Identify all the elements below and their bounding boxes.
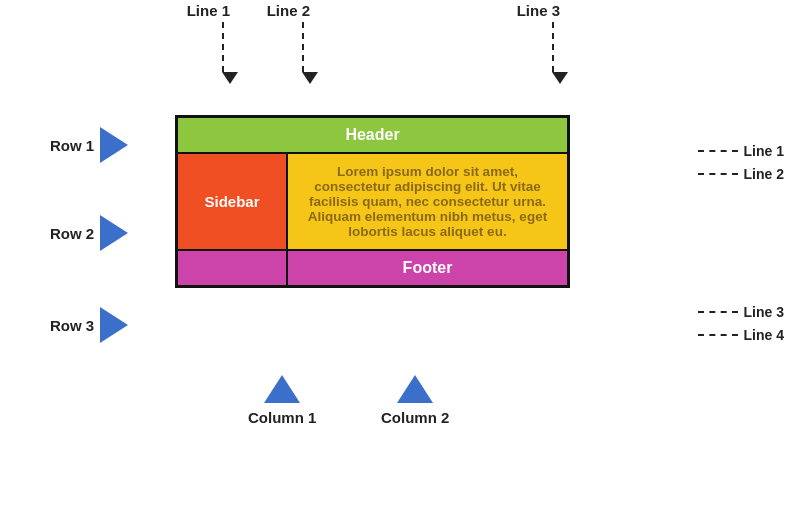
row3-arrow [100,307,128,343]
top-line2-dash [302,22,318,84]
row3-cells: Footer [178,251,567,285]
right-line4-label: Line 4 [744,327,784,343]
row2-cells: Sidebar Lorem ipsum dolor sit amet, cons… [178,154,567,251]
right-line1-dash [698,150,738,152]
col2-arrow [397,375,433,403]
right-line2-group: Line 2 [698,166,784,182]
row3-label: Row 3 [50,317,94,334]
right-line2-dash [698,173,738,175]
col2-arrow-group: Column 2 [381,375,449,426]
right-line3-label: Line 3 [744,304,784,320]
row3-arrow-group: Row 3 [50,307,128,343]
right-line3-dash [698,311,738,313]
right-line3-group: Line 3 [698,304,784,320]
top-line3-dash [552,22,568,84]
row2-arrow [100,215,128,251]
top-line2-label: Line 2 [267,2,310,19]
top-line1-dash [222,22,238,84]
right-line4-group: Line 4 [698,327,784,343]
footer-right-cell: Footer [288,251,567,285]
footer-left-cell [178,251,288,285]
main-grid: Header Sidebar Lorem ipsum dolor sit ame… [175,115,570,288]
content-cell: Lorem ipsum dolor sit amet, consectetur … [288,154,567,251]
row1-arrow [100,127,128,163]
right-line1-group: Line 1 [698,143,784,159]
header-cell: Header [178,118,567,154]
col2-label: Column 2 [381,409,449,426]
col1-arrow [264,375,300,403]
right-line4-dash [698,334,738,336]
col1-arrow-group: Column 1 [248,375,316,426]
row2-label: Row 2 [50,225,94,242]
sidebar-cell: Sidebar [178,154,288,251]
top-line1-label: Line 1 [187,2,230,19]
row1-label: Row 1 [50,137,94,154]
right-line2-label: Line 2 [744,166,784,182]
right-line1-label: Line 1 [744,143,784,159]
row1-arrow-group: Row 1 [50,127,128,163]
col1-label: Column 1 [248,409,316,426]
row2-arrow-group: Row 2 [50,215,128,251]
top-line3-label: Line 3 [517,2,560,19]
